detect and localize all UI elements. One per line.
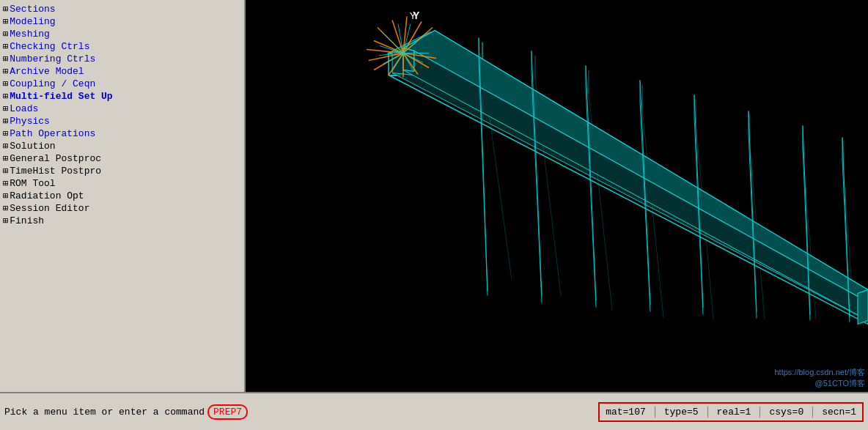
sidebar-label-general-postproc: General Postproc [10, 153, 101, 164]
sidebar-item-rom-tool[interactable]: ⊞ROM Tool [1, 177, 243, 190]
sidebar-item-physics[interactable]: ⊞Physics [1, 115, 243, 127]
sidebar-label-path-operations: Path Operations [10, 128, 95, 139]
sidebar-label-archive-model: Archive Model [10, 66, 84, 77]
param-csys: csys=0 [769, 407, 813, 418]
watermark-blog: @51CTO博客 [774, 378, 865, 389]
sidebar-item-radiation-opt[interactable]: ⊞Radiation Opt [1, 190, 243, 202]
sidebar-label-loads: Loads [10, 103, 38, 114]
sidebar-prefix-finish: ⊞ [3, 215, 8, 226]
sidebar-prefix-coupling-ceqn: ⊞ [3, 78, 8, 89]
sidebar-prefix-solution: ⊞ [3, 141, 8, 152]
sidebar-item-modeling[interactable]: ⊞Modeling [1, 15, 243, 28]
params-box: mat=107type=5real=1csys=0secn=1 [598, 402, 864, 422]
sidebar-label-physics: Physics [10, 116, 50, 127]
svg-text:Y: Y [413, 10, 420, 21]
sidebar-prefix-path-operations: ⊞ [3, 128, 8, 139]
sidebar-prefix-numbering-ctrls: ⊞ [3, 53, 8, 64]
sidebar-label-numbering-ctrls: Numbering Ctrls [10, 53, 95, 64]
sidebar-label-session-editor: Session Editor [10, 203, 89, 214]
command-area: Pick a menu item or enter a command PREP… [4, 404, 584, 420]
sidebar-label-finish: Finish [10, 215, 44, 226]
sidebar-prefix-modeling: ⊞ [3, 16, 8, 27]
param-real: real=1 [717, 407, 761, 418]
sidebar-prefix-physics: ⊞ [3, 116, 8, 127]
sidebar-prefix-loads: ⊞ [3, 103, 8, 114]
watermark-url: https://blog.csdn.net/博客 [774, 367, 865, 378]
sidebar-label-multi-field: Multi-field Set Up [10, 91, 112, 102]
command-label: Pick a menu item or enter a command [4, 407, 205, 418]
sidebar-item-coupling-ceqn[interactable]: ⊞Coupling / Ceqn [1, 78, 243, 90]
sidebar-item-archive-model[interactable]: ⊞Archive Model [1, 65, 243, 78]
sidebar-item-loads[interactable]: ⊞Loads [1, 103, 243, 115]
sidebar-prefix-sections: ⊞ [3, 4, 8, 15]
sidebar-item-numbering-ctrls[interactable]: ⊞Numbering Ctrls [1, 53, 243, 65]
sidebar-item-multi-field[interactable]: ⊞Multi-field Set Up [1, 90, 243, 103]
sidebar-label-coupling-ceqn: Coupling / Ceqn [10, 78, 95, 89]
sidebar-prefix-checking-ctrls: ⊞ [3, 41, 8, 52]
sidebar-label-checking-ctrls: Checking Ctrls [10, 41, 89, 52]
svg-rect-0 [246, 6, 868, 387]
sidebar-item-solution[interactable]: ⊞Solution [1, 140, 243, 152]
param-mat: mat=107 [606, 407, 655, 418]
sidebar-prefix-multi-field: ⊞ [3, 91, 8, 102]
sidebar-label-modeling: Modeling [10, 16, 55, 27]
statusbar: Pick a menu item or enter a command PREP… [0, 392, 868, 430]
sidebar-item-sections[interactable]: ⊞Sections [1, 3, 243, 15]
sidebar-label-solution: Solution [10, 141, 55, 152]
sidebar: ⊞Sections⊞Modeling⊞Meshing⊞Checking Ctrl… [0, 0, 246, 392]
sidebar-item-meshing[interactable]: ⊞Meshing [1, 28, 243, 40]
watermark: https://blog.csdn.net/博客 @51CTO博客 [774, 367, 865, 389]
param-type: type=5 [664, 407, 708, 418]
param-secn: secn=1 [822, 407, 856, 418]
command-mode: PREP7 [207, 404, 248, 420]
sidebar-label-sections: Sections [10, 4, 55, 15]
sidebar-label-meshing: Meshing [10, 29, 50, 40]
sidebar-prefix-archive-model: ⊞ [3, 66, 8, 77]
sidebar-prefix-general-postproc: ⊞ [3, 153, 8, 164]
sidebar-label-timehist-postpro: TimeHist Postpro [10, 166, 101, 177]
svg-marker-55 [858, 290, 868, 325]
viewport: Y [246, 0, 868, 392]
sidebar-prefix-timehist-postpro: ⊞ [3, 166, 8, 177]
sidebar-item-finish[interactable]: ⊞Finish [1, 215, 243, 227]
sidebar-item-session-editor[interactable]: ⊞Session Editor [1, 202, 243, 215]
sidebar-item-timehist-postpro[interactable]: ⊞TimeHist Postpro [1, 165, 243, 177]
sidebar-prefix-meshing: ⊞ [3, 29, 8, 40]
sidebar-prefix-session-editor: ⊞ [3, 203, 8, 214]
sidebar-prefix-radiation-opt: ⊞ [3, 190, 8, 201]
sidebar-label-radiation-opt: Radiation Opt [10, 190, 84, 201]
sidebar-label-rom-tool: ROM Tool [10, 178, 55, 189]
sidebar-prefix-rom-tool: ⊞ [3, 178, 8, 189]
sidebar-item-checking-ctrls[interactable]: ⊞Checking Ctrls [1, 40, 243, 53]
sidebar-item-path-operations[interactable]: ⊞Path Operations [1, 127, 243, 140]
sidebar-item-general-postproc[interactable]: ⊞General Postproc [1, 152, 243, 165]
